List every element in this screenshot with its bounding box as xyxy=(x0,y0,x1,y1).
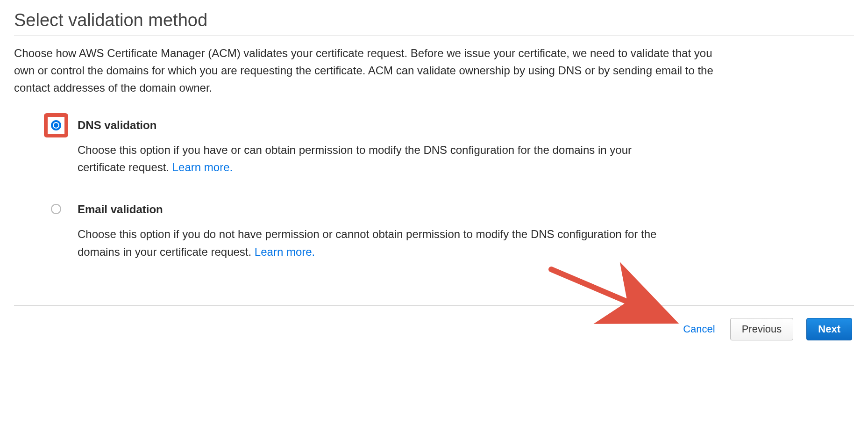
option-body-dns: DNS validation Choose this option if you… xyxy=(70,118,854,176)
option-email-validation[interactable]: Email validation Choose this option if y… xyxy=(42,202,854,260)
radio-wrap-dns xyxy=(42,118,70,137)
title-divider xyxy=(14,36,854,36)
option-title-email: Email validation xyxy=(78,203,854,216)
option-body-email: Email validation Choose this option if y… xyxy=(70,202,854,260)
cancel-button[interactable]: Cancel xyxy=(681,319,717,339)
learn-more-dns-link[interactable]: Learn more. xyxy=(172,161,233,173)
option-desc-dns-text: Choose this option if you have or can ob… xyxy=(78,144,632,173)
validation-options: DNS validation Choose this option if you… xyxy=(14,118,854,305)
footer-divider xyxy=(14,305,854,306)
radio-email[interactable] xyxy=(51,204,61,214)
annotation-highlight-box xyxy=(44,113,68,137)
validation-method-page: Select validation method Choose how AWS … xyxy=(0,0,868,354)
option-desc-email: Choose this option if you do not have pe… xyxy=(78,225,666,260)
previous-button[interactable]: Previous xyxy=(730,318,794,340)
radio-dns[interactable] xyxy=(51,120,61,130)
next-button[interactable]: Next xyxy=(806,318,852,340)
option-title-dns: DNS validation xyxy=(78,119,854,132)
learn-more-email-link[interactable]: Learn more. xyxy=(255,245,315,258)
option-desc-dns: Choose this option if you have or can ob… xyxy=(78,141,666,176)
footer-actions: Cancel Previous Next xyxy=(14,318,854,340)
intro-text: Choose how AWS Certificate Manager (ACM)… xyxy=(14,44,724,97)
page-title: Select validation method xyxy=(14,9,854,32)
option-desc-email-text: Choose this option if you do not have pe… xyxy=(78,228,656,258)
option-dns-validation[interactable]: DNS validation Choose this option if you… xyxy=(42,118,854,176)
radio-wrap-email xyxy=(42,202,70,214)
radio-dot-icon xyxy=(54,123,58,128)
